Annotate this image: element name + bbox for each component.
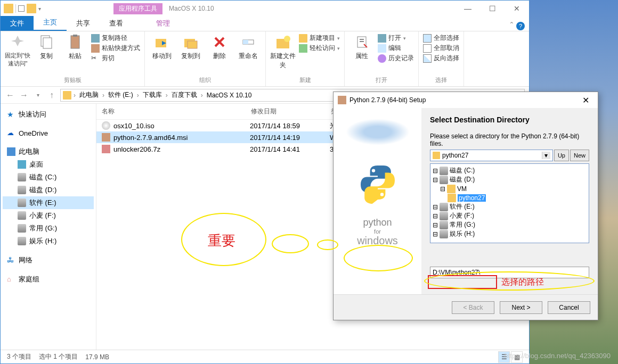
new-button[interactable]: New <box>570 150 589 161</box>
select-all-icon <box>423 34 432 43</box>
tree-item[interactable]: ⊟磁盘 (D:) <box>433 175 587 184</box>
tree-item[interactable]: ⊟常用 (G:) <box>433 220 587 229</box>
cloud-icon: ☁ <box>7 129 15 137</box>
tree-item[interactable]: ⊟软件 (E:) <box>433 202 587 211</box>
crumb[interactable]: 百度下载 <box>170 90 199 100</box>
directory-tree[interactable]: ⊟磁盘 (C:) ⊟磁盘 (D:) ⊟VM python27 ⊟软件 (E:) … <box>430 163 589 243</box>
nav-drive-e[interactable]: 软件 (E:) <box>3 196 94 209</box>
nav-desktop[interactable]: 桌面 <box>3 158 94 171</box>
nav-drive-d[interactable]: 磁盘 (D:) <box>3 184 94 196</box>
ribbon: 固定到"快速访问" 复制 粘贴 复制路径 粘贴快捷方式 ✂剪切 剪贴板 移动到 … <box>1 31 529 87</box>
banner-text-for: for <box>374 228 381 235</box>
tab-manage[interactable]: 管理 <box>147 16 180 31</box>
svg-rect-1 <box>43 38 52 48</box>
crumb[interactable]: MacOS X 10.10 <box>205 92 254 99</box>
copy-button[interactable]: 复制 <box>34 34 59 61</box>
contextual-tab-label: 应用程序工具 <box>113 3 162 14</box>
tree-item[interactable]: ⊟VM <box>433 184 587 193</box>
qat-dropdown-icon[interactable]: ▾ <box>38 6 41 12</box>
nav-homegroup[interactable]: ⌂家庭组 <box>3 273 94 286</box>
folder-icon[interactable] <box>27 4 36 13</box>
titlebar: ▾ 应用程序工具 MacOS X 10.10 — ☐ ✕ <box>1 1 529 16</box>
delete-button[interactable]: 删除 <box>207 34 232 61</box>
window-title: MacOS X 10.10 <box>169 5 214 12</box>
history-button[interactable]: 历史记录 <box>378 54 414 63</box>
tab-home[interactable]: 主页 <box>34 15 67 31</box>
invert-selection-button[interactable]: 反向选择 <box>423 54 459 63</box>
copy-to-button[interactable]: 复制到 <box>178 34 204 61</box>
nav-quick-access[interactable]: ★快速访问 <box>3 108 94 121</box>
nav-this-pc[interactable]: 此电脑 <box>3 145 94 158</box>
folder-open-icon <box>448 194 456 202</box>
dialog-close-button[interactable]: ✕ <box>578 95 593 105</box>
nav-network[interactable]: 🖧网络 <box>3 254 94 267</box>
tree-item-selected[interactable]: python27 <box>433 193 587 202</box>
group-select-label: 选择 <box>423 76 459 84</box>
help-icon[interactable]: ? <box>516 22 525 30</box>
forward-button[interactable]: → <box>19 90 29 101</box>
svg-point-10 <box>284 36 290 42</box>
move-to-button[interactable]: 移动到 <box>149 34 175 61</box>
svg-rect-13 <box>360 41 364 42</box>
select-all-button[interactable]: 全部选择 <box>423 34 459 43</box>
open-button[interactable]: 打开▾ <box>378 34 414 43</box>
group-new-label: 新建 <box>270 76 340 84</box>
status-selected: 选中 1 个项目 <box>39 352 78 361</box>
svg-rect-3 <box>73 35 77 37</box>
directory-combo[interactable]: python27 ▾ <box>430 150 553 161</box>
next-button[interactable]: Next > <box>500 301 542 314</box>
chevron-up-icon[interactable]: ˆ <box>510 21 513 31</box>
checkbox-icon[interactable] <box>18 5 25 12</box>
nav-drive-f[interactable]: 小麦 (F:) <box>3 209 94 222</box>
svg-point-15 <box>380 193 383 196</box>
nav-drive-h[interactable]: 娱乐 (H:) <box>3 235 94 247</box>
rename-button[interactable]: 重命名 <box>235 34 261 61</box>
minimize-button[interactable]: — <box>456 1 480 16</box>
crumb[interactable]: 此电脑 <box>78 90 100 100</box>
folder-icon <box>447 185 456 193</box>
drive-icon <box>440 221 448 229</box>
group-clipboard-label: 剪贴板 <box>5 76 140 84</box>
easy-access-button[interactable]: 轻松访问▾ <box>299 44 340 53</box>
status-bar: 3 个项目 选中 1 个项目 17.9 MB ☰ ▦ <box>1 350 529 363</box>
tab-view[interactable]: 查看 <box>100 16 133 31</box>
drive-icon <box>18 173 26 181</box>
nav-drive-c[interactable]: 磁盘 (C:) <box>3 171 94 184</box>
nav-drive-g[interactable]: 常用 (G:) <box>3 222 94 235</box>
tab-file[interactable]: 文件 <box>1 16 34 31</box>
tree-item[interactable]: ⊟娱乐 (H:) <box>433 229 587 238</box>
tree-item[interactable]: ⊟小麦 (F:) <box>433 211 587 220</box>
group-open-label: 打开 <box>349 76 414 84</box>
up-button[interactable]: Up <box>554 150 569 161</box>
up-button[interactable]: ↑ <box>46 90 57 101</box>
python-setup-dialog: Python 2.7.9 (64-bit) Setup ✕ python for… <box>333 92 598 320</box>
col-name[interactable]: 名称 <box>96 104 246 119</box>
open-icon <box>378 34 386 43</box>
new-item-button[interactable]: 新建项目▾ <box>299 34 340 43</box>
drive-icon <box>440 176 448 184</box>
new-folder-button[interactable]: 新建文件夹 <box>270 34 296 70</box>
paste-button[interactable]: 粘贴 <box>62 34 88 61</box>
crumb[interactable]: 软件 (E:) <box>107 90 135 100</box>
paste-shortcut-button[interactable]: 粘贴快捷方式 <box>91 44 140 53</box>
dialog-content: Select Destination Directory Please sele… <box>421 108 598 294</box>
drive-icon <box>18 198 26 207</box>
nav-onedrive[interactable]: ☁OneDrive <box>3 127 94 139</box>
pin-button[interactable]: 固定到"快速访问" <box>5 34 30 68</box>
copy-path-button[interactable]: 复制路径 <box>91 34 140 43</box>
edit-icon <box>378 44 386 53</box>
combo-dropdown-icon[interactable]: ▾ <box>542 152 550 159</box>
tree-item[interactable]: ⊟磁盘 (C:) <box>433 166 587 175</box>
close-button[interactable]: ✕ <box>505 1 529 16</box>
maximize-button[interactable]: ☐ <box>480 1 505 16</box>
crumb[interactable]: 下载库 <box>141 90 164 100</box>
properties-button[interactable]: 属性 <box>349 34 375 61</box>
select-none-button[interactable]: 全部取消 <box>423 44 459 53</box>
cancel-button[interactable]: Cancel <box>548 301 590 314</box>
col-date[interactable]: 修改日期 <box>246 104 326 119</box>
cut-button[interactable]: ✂剪切 <box>91 54 140 63</box>
tab-share[interactable]: 共享 <box>67 16 100 31</box>
back-button[interactable]: ← <box>5 90 15 101</box>
edit-button[interactable]: 编辑 <box>378 44 414 53</box>
recent-dropdown[interactable]: ▾ <box>32 90 43 101</box>
